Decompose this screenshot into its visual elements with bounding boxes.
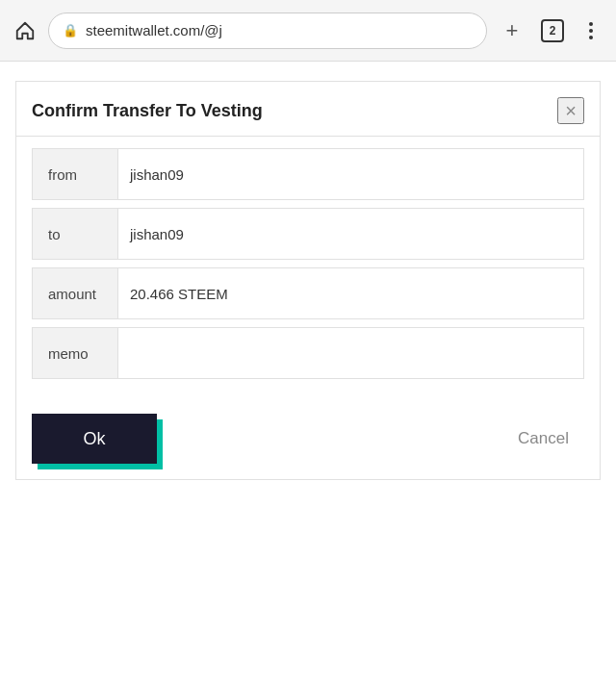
new-tab-button[interactable]: + [497, 15, 527, 46]
browser-bar: 🔒 steemitwallet.com/@j + 2 [0, 0, 616, 62]
address-text: steemitwallet.com/@j [86, 22, 473, 38]
ok-button[interactable]: Ok [32, 414, 157, 464]
to-value: jishan09 [117, 209, 583, 259]
confirm-transfer-dialog: Confirm Transfer To Vesting × from jisha… [15, 81, 601, 480]
home-button[interactable] [12, 17, 38, 44]
ok-button-wrapper: Ok [32, 414, 157, 464]
page-content: Confirm Transfer To Vesting × from jisha… [0, 62, 616, 499]
tabs-button[interactable]: 2 [537, 15, 568, 46]
home-icon [14, 20, 36, 41]
menu-dot-3 [589, 36, 593, 39]
to-label: to [33, 215, 117, 254]
amount-row: amount 20.466 STEEM [32, 267, 584, 319]
cancel-button[interactable]: Cancel [502, 421, 584, 456]
form-section: from jishan09 to jishan09 amount 20.466 … [16, 137, 600, 391]
to-row: to jishan09 [32, 208, 584, 260]
dialog-header: Confirm Transfer To Vesting × [16, 82, 600, 137]
from-label: from [33, 155, 117, 194]
amount-label: amount [33, 274, 117, 314]
menu-dot-2 [589, 29, 593, 33]
memo-value[interactable] [117, 328, 583, 378]
dialog-actions: Ok Cancel [16, 391, 600, 479]
menu-dot-1 [589, 22, 593, 26]
menu-button[interactable] [578, 17, 604, 44]
address-bar[interactable]: 🔒 steemitwallet.com/@j [48, 13, 487, 49]
memo-label: memo [33, 334, 117, 373]
from-value: jishan09 [117, 149, 583, 199]
from-row: from jishan09 [32, 148, 584, 200]
memo-row: memo [32, 327, 584, 379]
tabs-count-badge: 2 [541, 19, 564, 42]
close-button[interactable]: × [557, 97, 584, 124]
dialog-title: Confirm Transfer To Vesting [32, 101, 263, 121]
amount-value: 20.466 STEEM [117, 268, 583, 318]
lock-icon: 🔒 [63, 23, 78, 38]
